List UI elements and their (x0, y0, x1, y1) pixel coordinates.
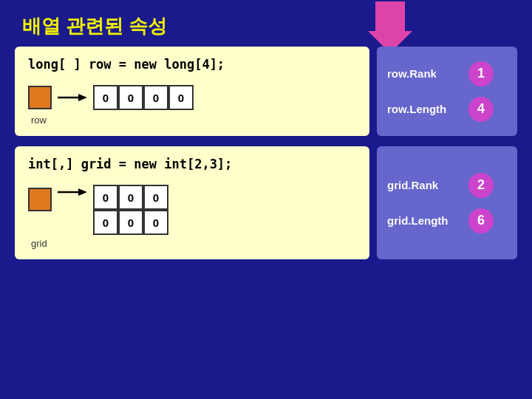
section1-info-box: row.Rank 1 row.Length 4 (377, 47, 517, 136)
grid-cell-01: 0 (118, 185, 143, 210)
cell-2: 0 (143, 85, 168, 110)
section1-length-label: row.Length (387, 103, 461, 115)
section1-row: long[ ] row = new long[4]; 0 0 0 0 row (15, 47, 517, 136)
grid-cell-02: 0 (143, 185, 168, 210)
section2-code: int[,] grid = new int[2,3]; (28, 157, 356, 171)
section2-row: int[,] grid = new int[2,3]; 0 0 0 (15, 146, 517, 259)
section2-length-row: grid.Length 6 (387, 208, 494, 233)
section1-code: long[ ] row = new long[4]; (28, 57, 356, 72)
section2-ref-box (28, 188, 52, 211)
svg-marker-0 (368, 1, 412, 53)
cell-0: 0 (93, 85, 118, 110)
grid-row-0: 0 0 0 (93, 185, 168, 210)
section1-diagram: 0 0 0 0 (28, 85, 356, 110)
section1-ref-box (28, 86, 52, 109)
section1-code-box: long[ ] row = new long[4]; 0 0 0 0 row (15, 47, 369, 136)
page-title: 배열 관련된 속성 (0, 0, 532, 47)
section2-length-label: grid.Length (387, 214, 461, 227)
grid-cell-10: 0 (93, 210, 118, 235)
section1-rank-value: 1 (468, 61, 494, 86)
section2-arrow (58, 185, 87, 200)
svg-marker-2 (78, 94, 87, 101)
section2-cells: 0 0 0 0 0 0 (93, 185, 168, 235)
section1-arrow (58, 90, 87, 105)
svg-marker-4 (78, 188, 87, 196)
section2-rank-value: 2 (468, 173, 494, 198)
grid-cell-11: 0 (118, 210, 143, 235)
section1-length-value: 4 (468, 97, 494, 122)
section1-ref-label: row (31, 115, 356, 126)
section1-rank-label: row.Rank (387, 67, 461, 80)
section2-code-box: int[,] grid = new int[2,3]; 0 0 0 (15, 146, 369, 259)
section2-length-value: 6 (468, 208, 494, 233)
section2-rank-row: grid.Rank 2 (387, 173, 494, 198)
section1-length-row: row.Length 4 (387, 97, 494, 122)
main-content: long[ ] row = new long[4]; 0 0 0 0 row (0, 47, 532, 274)
section2-diagram: 0 0 0 0 0 0 (28, 185, 356, 235)
section2-info-box: grid.Rank 2 grid.Length 6 (377, 146, 517, 259)
grid-cell-00: 0 (93, 185, 118, 210)
cell-3: 0 (168, 85, 194, 110)
cell-1: 0 (118, 85, 143, 110)
grid-row-1: 0 0 0 (93, 210, 168, 235)
section1-rank-row: row.Rank 1 (387, 61, 494, 86)
section2-rank-label: grid.Rank (387, 179, 461, 191)
section2-ref-label: grid (31, 238, 356, 249)
section1-cells: 0 0 0 0 (93, 85, 194, 110)
grid-cell-12: 0 (143, 210, 168, 235)
